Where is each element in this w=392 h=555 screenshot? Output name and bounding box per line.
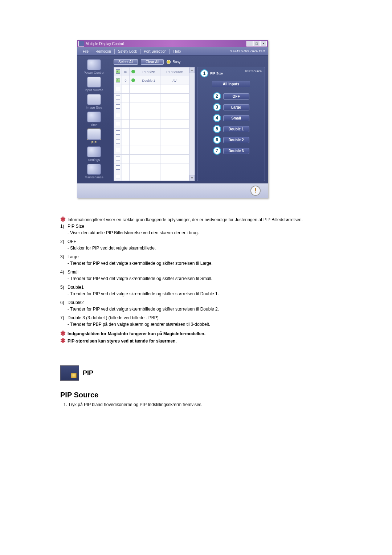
menu-remocon[interactable]: Remocon xyxy=(92,49,114,53)
power-control-icon xyxy=(87,59,101,70)
item-number: 3) xyxy=(60,254,68,266)
sidebar-item-power-control[interactable]: Power Control xyxy=(79,59,109,74)
item-title: Large xyxy=(68,254,79,259)
sidebar-item-label: Time xyxy=(90,123,98,127)
row-checkbox[interactable] xyxy=(116,174,120,178)
item-number: 1) xyxy=(60,224,68,235)
table-row[interactable] xyxy=(114,129,189,137)
menu-port-selection[interactable]: Port Selection xyxy=(140,49,170,53)
row-checkbox[interactable] xyxy=(116,157,120,161)
row-checkbox[interactable] xyxy=(116,165,120,170)
menu-help[interactable]: Help xyxy=(170,49,184,53)
pip-off-button[interactable]: OFF xyxy=(223,93,249,100)
list-item: 4) Small - Tænder for PIP ved det valgte… xyxy=(60,270,332,281)
list-item: 1) PIP Size - Viser den aktuelle PIP Bil… xyxy=(60,224,332,235)
item-number: 6) xyxy=(60,300,68,312)
maintenance-icon xyxy=(87,164,101,175)
close-button[interactable]: × xyxy=(260,41,267,46)
row-checkbox[interactable] xyxy=(116,130,120,135)
item-title: OFF xyxy=(68,239,76,244)
sidebar: Power Control Input Source Image Size Ti… xyxy=(77,56,111,183)
window-title: Multiple Display Control xyxy=(86,42,124,46)
caution-icon: ! xyxy=(250,186,261,196)
sidebar-item-label: Input Source xyxy=(85,88,103,92)
item-sub: - Viser den aktuelle PIP Billedstørrelse… xyxy=(68,230,199,235)
pip-double3-button[interactable]: Double 3 xyxy=(223,148,249,154)
sidebar-item-input-source[interactable]: Input Source xyxy=(79,77,109,92)
list-item: 5) Double1 - Tænder for PIP ved det valg… xyxy=(60,285,332,296)
scroll-up-icon[interactable]: ▲ xyxy=(189,67,195,73)
table-row[interactable] xyxy=(114,163,189,172)
pip-source-list: Tryk på PIP bland hovedikonerne og PIP I… xyxy=(60,402,332,407)
item-number: 5) xyxy=(60,285,68,296)
sidebar-item-label: PIP xyxy=(91,141,97,144)
numbered-list: 1) PIP Size - Viser den aktuelle PIP Bil… xyxy=(60,224,332,327)
clear-all-button[interactable]: Clear All xyxy=(141,59,164,65)
item-number: 2) xyxy=(60,239,68,251)
grid-header-power-icon xyxy=(130,68,137,76)
row-checkbox[interactable] xyxy=(116,87,120,91)
pip-section-title: PIP xyxy=(83,369,93,377)
input-source-icon xyxy=(87,77,101,88)
table-row[interactable] xyxy=(114,137,189,146)
sidebar-item-label: Image Size xyxy=(86,106,102,109)
menu-file[interactable]: File xyxy=(79,49,92,53)
info-grid: ID PIP Size PIP Source 0 Double 1 AV xyxy=(114,67,195,181)
menu-safety-lock[interactable]: Safety Lock xyxy=(115,49,140,53)
note-line: ✱ PIP-størrelsen kan styres ved at tænde… xyxy=(60,338,332,344)
item-sub: - Tænder for PIP ved det valgte skærmbil… xyxy=(68,307,219,312)
sidebar-item-label: Maintenance xyxy=(85,175,103,179)
table-row[interactable] xyxy=(114,102,189,111)
pip-large-button[interactable]: Large xyxy=(223,104,249,110)
scroll-down-icon[interactable]: ▼ xyxy=(189,175,195,181)
table-row[interactable] xyxy=(114,85,189,94)
sidebar-item-maintenance[interactable]: Maintenance xyxy=(79,164,109,179)
row-checkbox[interactable] xyxy=(116,113,120,117)
maximize-button[interactable]: □ xyxy=(253,41,260,46)
item-title: Small xyxy=(68,270,78,275)
item-sub: - Slukker for PIP ved det valgte skærmbi… xyxy=(68,246,156,251)
row-checkbox[interactable] xyxy=(116,139,120,143)
table-row[interactable]: 0 Double 1 AV xyxy=(114,76,189,85)
table-row[interactable] xyxy=(114,155,189,163)
power-status-icon xyxy=(131,78,135,82)
item-sub: - Tænder for PIP ved det valgte skærmbil… xyxy=(68,276,212,281)
row-checkbox[interactable] xyxy=(116,148,120,152)
list-item: 6) Double2 - Tænder for PIP ved det valg… xyxy=(60,300,332,312)
list-item: 2) OFF - Slukker for PIP ved det valgte … xyxy=(60,239,332,251)
app-icon xyxy=(78,41,84,46)
sidebar-item-image-size[interactable]: Image Size xyxy=(79,94,109,109)
table-row[interactable] xyxy=(114,146,189,155)
callout-badge: 7 xyxy=(213,147,221,155)
select-all-button[interactable]: Select All xyxy=(114,59,138,65)
pip-double2-button[interactable]: Double 2 xyxy=(223,137,249,143)
table-row[interactable] xyxy=(114,111,189,120)
grid-scrollbar[interactable]: ▲ ▼ xyxy=(189,67,195,181)
grid-header-check[interactable] xyxy=(114,68,122,76)
sidebar-item-pip[interactable]: PIP xyxy=(79,129,109,144)
row-checkbox[interactable] xyxy=(116,78,120,82)
grid-header-id: ID xyxy=(122,68,130,76)
callout-badge: 5 xyxy=(213,125,221,133)
item-sub: - Tænder for PBP på den valgte skærm og … xyxy=(68,322,210,327)
minimize-button[interactable]: _ xyxy=(246,41,253,46)
list-item: 7) Double 3 (3-dobbelt) (billede ved bil… xyxy=(60,315,332,327)
callout-badge: 6 xyxy=(213,136,221,144)
row-id: 0 xyxy=(122,76,130,85)
brand-label: SAMSUNG DIGITall xyxy=(230,49,268,53)
pip-small-button[interactable]: Small xyxy=(223,115,249,121)
sidebar-item-settings[interactable]: Settings xyxy=(79,146,109,162)
item-title: Double1 xyxy=(68,285,84,290)
row-checkbox[interactable] xyxy=(116,96,120,100)
row-checkbox[interactable] xyxy=(116,122,120,126)
pip-double1-button[interactable]: Double 1 xyxy=(223,126,249,132)
table-row[interactable] xyxy=(114,120,189,129)
table-row[interactable] xyxy=(114,94,189,102)
busy-label: Busy xyxy=(172,60,180,64)
row-checkbox[interactable] xyxy=(116,104,120,109)
note-text: Indgangskilden for MagicInfo fungerer ku… xyxy=(68,331,205,336)
note-text: PIP-størrelsen kan styres ved at tænde f… xyxy=(68,338,177,344)
table-row[interactable] xyxy=(114,172,189,181)
item-number: 4) xyxy=(60,270,68,281)
sidebar-item-time[interactable]: Time xyxy=(79,112,109,127)
